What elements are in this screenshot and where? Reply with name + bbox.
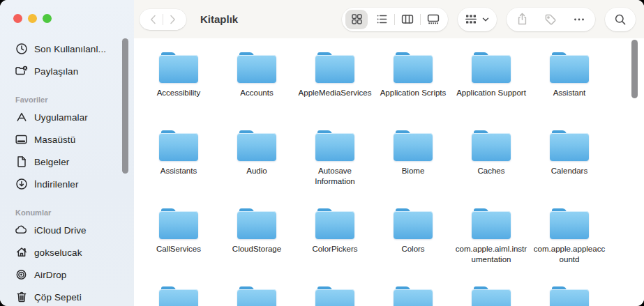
folder-item[interactable]: Caches — [452, 116, 530, 194]
traffic-lights — [13, 14, 52, 23]
folder-item[interactable]: Audio — [218, 116, 296, 194]
folder-item[interactable]: Assistants — [140, 116, 218, 194]
sidebar: Son Kullanılanl...PaylaşılanFavorilerUyg… — [0, 0, 134, 306]
folder-item[interactable]: Accounts — [218, 38, 296, 116]
sidebar-item-cloud[interactable]: iCloud Drive — [0, 219, 134, 241]
sidebar-item-shared-folder[interactable]: Paylaşılan — [0, 60, 134, 82]
folder-item[interactable]: Assistant — [530, 38, 608, 116]
folder-item[interactable]: Biome — [374, 116, 452, 194]
folder-label: Colors — [401, 244, 424, 254]
folder-icon — [472, 130, 511, 161]
folder-icon — [315, 52, 354, 83]
sidebar-item-trash[interactable]: Çöp Sepeti — [0, 286, 134, 306]
folder-item[interactable] — [452, 273, 530, 306]
folder-icon — [237, 208, 276, 239]
folder-grid: AccessibilityAccountsAppleMediaServicesA… — [140, 38, 637, 306]
folder-label: AppleMediaServices — [299, 88, 372, 98]
folder-item[interactable] — [530, 273, 608, 306]
folder-label: com.apple.appleaccountd — [532, 244, 606, 264]
folder-icon — [159, 286, 198, 306]
folder-label: Application Support — [456, 88, 526, 98]
list-view-button[interactable] — [369, 8, 394, 31]
folder-item[interactable]: Application Support — [452, 38, 530, 116]
folder-item[interactable]: CloudStorage — [218, 194, 296, 273]
search-button[interactable] — [605, 8, 636, 31]
zoom-button[interactable] — [43, 14, 52, 23]
sidebar-scrollbar[interactable] — [122, 38, 128, 174]
folder-item[interactable]: Autosave Information — [296, 116, 374, 194]
folder-label: Audio — [246, 166, 267, 176]
folder-label: com.apple.aiml.instrumentation — [454, 244, 528, 264]
folder-item[interactable]: Colors — [374, 194, 452, 273]
folder-item[interactable] — [218, 273, 296, 306]
toolbar-actions — [507, 8, 595, 31]
sidebar-list: Son Kullanılanl...PaylaşılanFavorilerUyg… — [0, 38, 134, 306]
tags-button[interactable] — [544, 13, 557, 26]
folder-icon — [394, 208, 433, 239]
content-scrollbar[interactable] — [631, 40, 638, 98]
folder-label: Application Scripts — [380, 88, 447, 98]
folder-icon — [237, 130, 276, 161]
forward-button[interactable] — [163, 9, 182, 30]
folder-item[interactable]: Calendars — [530, 116, 608, 194]
folder-label: Autosave Information — [298, 166, 372, 186]
folder-icon — [472, 286, 511, 306]
cloud-icon — [15, 224, 28, 237]
folder-item[interactable]: AppleMediaServices — [296, 38, 374, 116]
desktop-icon — [15, 133, 28, 146]
finder-window: Son Kullanılanl...PaylaşılanFavorilerUyg… — [0, 0, 644, 306]
search-icon — [614, 13, 627, 26]
icon-view-button[interactable] — [344, 8, 369, 31]
folder-item[interactable]: com.apple.aiml.instrumentation — [452, 194, 530, 273]
content-area: Kitaplık AccessibilityAccountsAppleMedia… — [134, 0, 644, 306]
view-switcher — [342, 8, 448, 31]
gallery-view-button[interactable] — [421, 8, 446, 31]
folder-icon — [550, 286, 589, 306]
sidebar-item-airdrop[interactable]: AirDrop — [0, 263, 134, 286]
sidebar-section-header: Favoriler — [0, 89, 134, 106]
sidebar-item-document[interactable]: Belgeler — [0, 151, 134, 173]
folder-item[interactable] — [296, 273, 374, 306]
sidebar-item-label: Uygulamalar — [34, 112, 88, 123]
window-title: Kitaplık — [200, 13, 238, 25]
sidebar-item-label: gokselucak — [34, 247, 82, 258]
document-icon — [15, 155, 28, 169]
airdrop-icon — [15, 268, 28, 282]
group-by-icon — [465, 13, 477, 25]
folder-item[interactable]: CallServices — [140, 194, 218, 273]
folder-label: Assistants — [160, 166, 197, 176]
folder-icon — [472, 52, 511, 83]
folder-label: Assistant — [553, 88, 586, 98]
folder-item[interactable] — [140, 273, 218, 306]
folder-icon — [315, 286, 354, 306]
folder-label: Calendars — [551, 166, 587, 176]
folder-icon — [159, 130, 198, 161]
folder-icon — [550, 130, 589, 161]
folder-item[interactable]: Application Scripts — [374, 38, 452, 116]
more-button[interactable] — [573, 13, 585, 26]
back-button[interactable] — [144, 9, 163, 30]
folder-icon — [394, 286, 433, 306]
folder-item[interactable]: Accessibility — [140, 38, 218, 116]
folder-item[interactable]: com.apple.appleaccountd — [530, 194, 608, 273]
home-icon — [15, 246, 28, 259]
sidebar-item-home[interactable]: gokselucak — [0, 241, 134, 263]
folder-icon — [394, 130, 433, 161]
folder-item[interactable] — [374, 273, 452, 306]
group-by-button[interactable] — [458, 8, 497, 31]
trash-icon — [15, 291, 28, 304]
folder-icon — [237, 52, 276, 83]
share-button[interactable] — [516, 13, 528, 26]
sidebar-item-downloads[interactable]: İndirilenler — [0, 173, 134, 195]
sidebar-item-desktop[interactable]: Masaüstü — [0, 128, 134, 151]
close-button[interactable] — [13, 14, 22, 23]
sidebar-item-clock[interactable]: Son Kullanılanl... — [0, 38, 134, 60]
minimize-button[interactable] — [28, 14, 37, 23]
folder-item[interactable]: ColorPickers — [296, 194, 374, 273]
column-view-button[interactable] — [395, 8, 420, 31]
toolbar: Kitaplık — [134, 0, 644, 38]
sidebar-item-applications[interactable]: Uygulamalar — [0, 106, 134, 128]
folder-icon — [550, 208, 589, 239]
sidebar-section-header: Konumlar — [0, 201, 134, 219]
downloads-icon — [15, 178, 28, 191]
